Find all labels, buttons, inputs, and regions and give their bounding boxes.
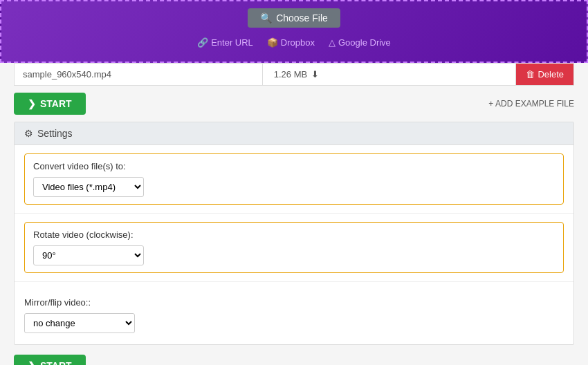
dropbox-icon: 📦	[267, 37, 278, 48]
trash-icon: 🗑	[526, 69, 535, 79]
convert-label: Convert video file(s) to:	[33, 161, 555, 171]
add-example-link[interactable]: + ADD EXAMPLE FILE	[488, 99, 574, 109]
file-size-value: 1.26 MB	[274, 69, 307, 79]
mirror-setting-box: Mirror/flip video:: no change flip horiz…	[24, 290, 564, 336]
convert-setting-box: Convert video file(s) to: Video files (*…	[24, 153, 564, 205]
choose-file-button[interactable]: 🔍 Choose File	[248, 8, 340, 28]
dropbox-link[interactable]: 📦 Dropbox	[267, 37, 315, 48]
mirror-setting-group: Mirror/flip video:: no change flip horiz…	[15, 282, 573, 344]
gear-icon: ⚙	[24, 128, 33, 139]
delete-button[interactable]: 🗑 Delete	[516, 64, 573, 85]
google-drive-label: Google Drive	[338, 37, 391, 48]
add-example-label: + ADD EXAMPLE FILE	[488, 99, 574, 109]
upload-links-row: 🔗 Enter URL 📦 Dropbox △ Google Drive	[197, 37, 391, 48]
upload-area: 🔍 Choose File 🔗 Enter URL 📦 Dropbox △ Go…	[0, 0, 588, 63]
enter-url-label: Enter URL	[211, 37, 253, 48]
rotate-label: Rotate video (clockwise):	[33, 230, 555, 240]
rotate-setting-box: Rotate video (clockwise): 0° 90° 180° 27…	[24, 222, 564, 273]
enter-url-link[interactable]: 🔗 Enter URL	[197, 37, 253, 48]
chevron-right-icon-bottom: ❯	[28, 360, 36, 365]
mirror-select[interactable]: no change flip horizontal flip vertical	[24, 313, 135, 333]
drive-icon: △	[329, 37, 336, 48]
download-icon: ⬇	[311, 69, 319, 79]
rotate-select[interactable]: 0° 90° 180° 270°	[33, 245, 144, 265]
bottom-start-label: START	[40, 360, 72, 365]
settings-header: ⚙ Settings	[15, 122, 573, 145]
settings-panel: ⚙ Settings Convert video file(s) to: Vid…	[14, 122, 574, 345]
file-size: 1.26 MB ⬇	[263, 64, 517, 85]
delete-label: Delete	[538, 69, 564, 79]
bottom-action-row: ❯ START	[0, 345, 588, 365]
settings-title: Settings	[37, 128, 73, 139]
convert-setting-group: Convert video file(s) to: Video files (*…	[15, 145, 573, 214]
link-icon: 🔗	[197, 37, 208, 48]
rotate-setting-group: Rotate video (clockwise): 0° 90° 180° 27…	[15, 214, 573, 282]
dropbox-label: Dropbox	[281, 37, 315, 48]
top-start-label: START	[40, 98, 72, 109]
file-row: sample_960x540.mp4 1.26 MB ⬇ 🗑 Delete	[14, 63, 574, 86]
search-icon: 🔍	[260, 12, 272, 24]
top-start-button[interactable]: ❯ START	[14, 93, 86, 115]
file-name: sample_960x540.mp4	[15, 64, 263, 85]
bottom-start-button[interactable]: ❯ START	[14, 355, 86, 365]
convert-select[interactable]: Video files (*.mp4) Video files (*.avi) …	[33, 177, 144, 197]
top-action-row: ❯ START + ADD EXAMPLE FILE	[0, 86, 588, 122]
chevron-right-icon: ❯	[28, 98, 36, 109]
choose-file-label: Choose File	[276, 12, 328, 24]
mirror-label: Mirror/flip video::	[24, 297, 564, 308]
page-wrapper: 🔍 Choose File 🔗 Enter URL 📦 Dropbox △ Go…	[0, 0, 588, 365]
google-drive-link[interactable]: △ Google Drive	[329, 37, 391, 48]
